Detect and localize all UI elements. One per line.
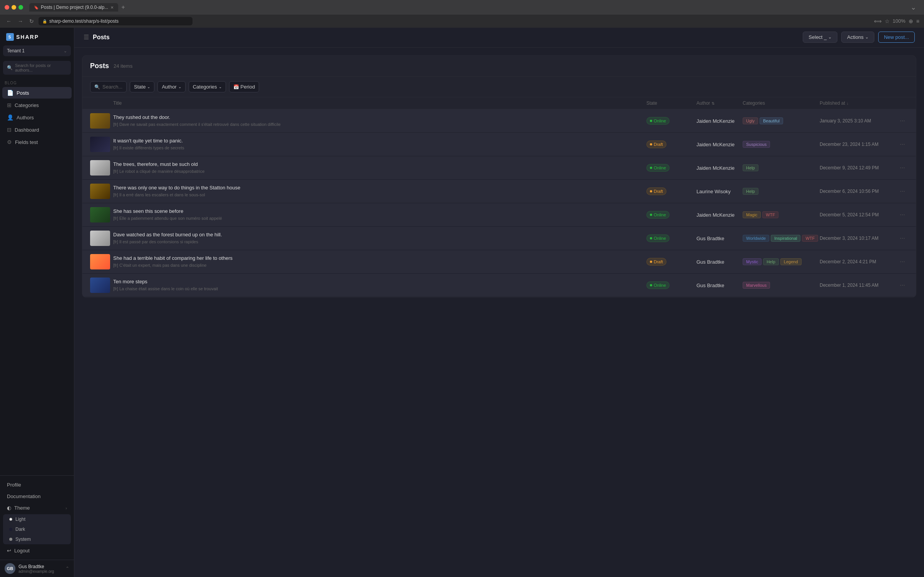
table-row[interactable]: She had a terrible habit of comparing he… <box>82 250 916 274</box>
theme-option-dark[interactable]: Dark <box>3 524 71 534</box>
tenant-name: Tenant 1 <box>7 48 25 54</box>
author-filter-label: Author <box>162 84 176 90</box>
table-row[interactable]: Dave watched as the forest burned up on … <box>82 227 916 250</box>
browser-forward[interactable]: → <box>16 17 25 25</box>
sidebar-item-logout[interactable]: ↩ Logout <box>2 545 72 556</box>
row-actions-button[interactable]: ··· <box>897 188 908 195</box>
calendar-icon: 📅 <box>233 84 239 90</box>
state-filter-button[interactable]: State ⌄ <box>130 81 154 92</box>
sidebar-tenant[interactable]: Tenant 1 ⌄ <box>3 45 71 56</box>
period-filter-button[interactable]: 📅 Period <box>229 81 259 92</box>
browser-chrome: 🔖 Posts | Demo project (9.0.0-alp... ✕ +… <box>0 0 924 28</box>
browser-minimize-dot[interactable] <box>12 5 16 10</box>
post-status-cell: Draft <box>646 140 696 148</box>
posts-table: Title State Author ⇅ Categories <box>82 97 916 297</box>
select-button[interactable]: Select _ ⌄ <box>803 32 837 43</box>
post-tags: Help <box>743 164 820 171</box>
post-subtitle: [fr] Il est passé par des contorsions si… <box>113 239 646 244</box>
row-actions-button[interactable]: ··· <box>897 258 908 265</box>
browser-new-tab[interactable]: + <box>121 4 125 11</box>
sidebar-item-dashboard[interactable]: ⊟ Dashboard <box>2 124 72 135</box>
profile-label: Profile <box>7 482 21 488</box>
sidebar-posts-label: Posts <box>17 90 29 96</box>
categories-filter-button[interactable]: Categories ⌄ <box>189 81 226 92</box>
status-badge: Online <box>646 234 670 242</box>
browser-reload[interactable]: ↻ <box>28 17 35 25</box>
state-header: State <box>646 100 696 106</box>
sidebar-search[interactable]: 🔍 Search for posts or authors... <box>3 61 71 75</box>
thumb-header <box>90 100 113 106</box>
sidebar-item-theme[interactable]: ◐ Theme › <box>2 502 72 513</box>
theme-icon: ◐ <box>7 505 11 511</box>
table-row[interactable]: They rushed out the door. [fr] Dave ne s… <box>82 109 916 133</box>
browser-tab-close[interactable]: ✕ <box>110 5 114 10</box>
system-theme-label: System <box>15 537 31 542</box>
row-actions-button[interactable]: ··· <box>897 141 908 148</box>
title-header-label: Title <box>113 100 122 106</box>
user-name: Gus Bradtke <box>18 564 62 569</box>
sidebar-item-profile[interactable]: Profile <box>2 479 72 490</box>
tag-help: Help <box>743 188 758 195</box>
browser-back[interactable]: ← <box>5 17 13 25</box>
user-info: Gus Bradtke admin@example.org <box>18 564 62 574</box>
author-sort-icon: ⇅ <box>711 101 715 105</box>
tag-magic: Magic <box>743 211 761 218</box>
table-row[interactable]: It wasn't quite yet time to panic. [fr] … <box>82 133 916 156</box>
browser-share-icon[interactable]: ⊕ <box>909 18 913 24</box>
thumb-image <box>90 254 110 269</box>
post-date: December 9, 2024 12:49 PM <box>820 165 897 171</box>
theme-submenu: Light Dark System <box>3 514 71 544</box>
table-row[interactable]: Ten more steps [fr] La chaise était assi… <box>82 274 916 297</box>
thumb-image <box>90 278 110 293</box>
browser-close-dot[interactable] <box>5 5 9 10</box>
post-subtitle: [fr] Dave ne savait pas exactement comme… <box>113 122 646 127</box>
published-header-label: Published at <box>820 100 845 106</box>
author-header[interactable]: Author ⇅ <box>696 100 743 106</box>
table-row[interactable]: There was only one way to do things in t… <box>82 180 916 203</box>
published-header[interactable]: Published at ↓ <box>820 100 897 106</box>
row-actions-button[interactable]: ··· <box>897 117 908 124</box>
sidebar-item-documentation[interactable]: Documentation <box>2 491 72 502</box>
table-row[interactable]: The trees, therefore, must be such old [… <box>82 156 916 180</box>
sidebar-item-categories[interactable]: ⊞ Categories <box>2 99 72 111</box>
browser-url-box[interactable]: 🔒 sharp-demo.test/sharp/s-list/posts <box>38 17 192 25</box>
sidebar-item-authors[interactable]: 👤 Authors <box>2 112 72 123</box>
theme-option-light[interactable]: Light <box>3 514 71 524</box>
status-dot-icon <box>650 167 652 169</box>
sidebar-item-fields-test[interactable]: ⚙ Fields test <box>2 136 72 148</box>
post-title: It wasn't quite yet time to panic. <box>113 138 646 144</box>
status-dot-icon <box>650 190 652 192</box>
browser-menu-icon[interactable]: ≡ <box>916 18 919 24</box>
row-actions-button[interactable]: ··· <box>897 235 908 242</box>
browser-translate-icon[interactable]: ⟺ <box>874 18 882 24</box>
author-filter-button[interactable]: Author ⌄ <box>157 81 185 92</box>
post-subtitle: [fr] La chaise était assise dans le coin… <box>113 286 646 291</box>
post-tags: Help <box>743 188 820 195</box>
row-actions-button[interactable]: ··· <box>897 282 908 289</box>
post-tags: UglyBeautiful <box>743 117 820 124</box>
sidebar-user[interactable]: GB Gus Bradtke admin@example.org ⌃ <box>0 560 74 577</box>
sidebar-toggle-icon[interactable]: ☰ <box>84 33 89 41</box>
browser-tab[interactable]: 🔖 Posts | Demo project (9.0.0-alp... ✕ <box>29 3 118 12</box>
row-actions-button[interactable]: ··· <box>897 164 908 171</box>
status-badge: Online <box>646 211 670 219</box>
status-dot-icon <box>650 261 652 263</box>
actions-label: Actions <box>847 34 864 40</box>
post-thumbnail <box>90 137 110 152</box>
actions-button[interactable]: Actions ⌄ <box>841 32 874 43</box>
row-actions-button[interactable]: ··· <box>897 211 908 218</box>
table-row[interactable]: She has seen this scene before [fr] Elle… <box>82 203 916 227</box>
post-status-cell: Draft <box>646 258 696 266</box>
browser-maximize-dot[interactable] <box>18 5 23 10</box>
tag-help: Help <box>743 164 758 171</box>
post-thumbnail <box>90 231 110 246</box>
post-title: They rushed out the door. <box>113 114 646 121</box>
browser-star-icon[interactable]: ☆ <box>885 18 890 24</box>
theme-option-system[interactable]: System <box>3 534 71 544</box>
browser-titlebar: 🔖 Posts | Demo project (9.0.0-alp... ✕ +… <box>0 0 924 15</box>
new-post-button[interactable]: New post... <box>878 32 915 43</box>
search-box[interactable]: 🔍 Search... <box>90 81 127 92</box>
status-dot-icon <box>650 237 652 239</box>
sidebar-item-posts[interactable]: 📄 Posts <box>2 87 72 99</box>
light-theme-dot <box>9 518 12 521</box>
